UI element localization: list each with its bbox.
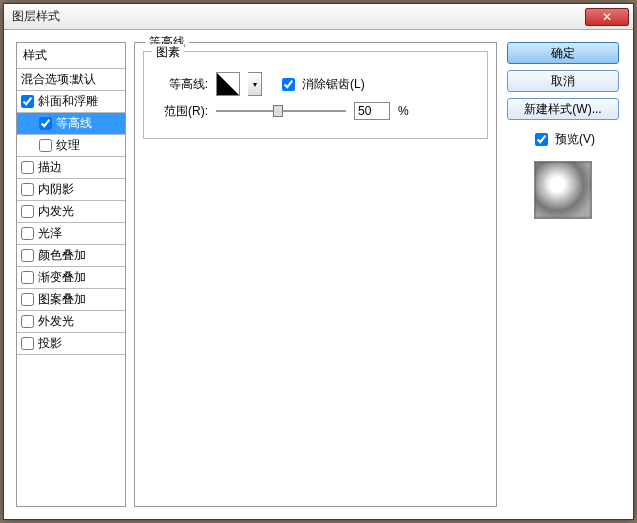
- style-row[interactable]: 图案叠加: [17, 289, 125, 311]
- style-row[interactable]: 渐变叠加: [17, 267, 125, 289]
- close-button[interactable]: ✕: [585, 8, 629, 26]
- style-checkbox[interactable]: [21, 315, 34, 328]
- style-row[interactable]: 内发光: [17, 201, 125, 223]
- styles-header[interactable]: 样式: [17, 43, 125, 69]
- range-slider[interactable]: [216, 103, 346, 119]
- antialias-option[interactable]: 消除锯齿(L): [278, 75, 365, 94]
- styles-column: 样式 混合选项:默认 斜面和浮雕等高线纹理描边内阴影内发光光泽颜色叠加渐变叠加图…: [16, 42, 126, 507]
- group-title: 图素: [152, 44, 184, 61]
- style-checkbox[interactable]: [21, 95, 34, 108]
- cancel-button[interactable]: 取消: [507, 70, 619, 92]
- titlebar[interactable]: 图层样式 ✕: [4, 4, 633, 30]
- preview-label: 预览(V): [555, 131, 595, 148]
- close-icon: ✕: [602, 10, 612, 24]
- dialog-window: 图层样式 ✕ 样式 混合选项:默认 斜面和浮雕等高线纹理描边内阴影内发光光泽颜色…: [3, 3, 634, 520]
- style-label: 渐变叠加: [38, 269, 86, 286]
- style-label: 颜色叠加: [38, 247, 86, 264]
- style-checkbox[interactable]: [21, 337, 34, 350]
- preview-swatch: [534, 161, 592, 219]
- style-label: 斜面和浮雕: [38, 93, 98, 110]
- style-row[interactable]: 颜色叠加: [17, 245, 125, 267]
- style-label: 投影: [38, 335, 62, 352]
- style-row[interactable]: 斜面和浮雕: [17, 91, 125, 113]
- style-checkbox[interactable]: [21, 249, 34, 262]
- style-row[interactable]: 内阴影: [17, 179, 125, 201]
- styles-list: 样式 混合选项:默认 斜面和浮雕等高线纹理描边内阴影内发光光泽颜色叠加渐变叠加图…: [16, 42, 126, 507]
- antialias-label: 消除锯齿(L): [302, 76, 365, 93]
- contour-label: 等高线:: [154, 76, 208, 93]
- style-label: 等高线: [56, 115, 92, 132]
- dialog-body: 样式 混合选项:默认 斜面和浮雕等高线纹理描边内阴影内发光光泽颜色叠加渐变叠加图…: [4, 30, 633, 519]
- style-checkbox[interactable]: [21, 293, 34, 306]
- style-checkbox[interactable]: [21, 271, 34, 284]
- style-label: 图案叠加: [38, 291, 86, 308]
- range-unit: %: [398, 104, 409, 118]
- blend-options-row[interactable]: 混合选项:默认: [17, 69, 125, 91]
- style-checkbox[interactable]: [21, 183, 34, 196]
- window-title: 图层样式: [12, 8, 585, 25]
- range-label: 范围(R):: [154, 103, 208, 120]
- style-row[interactable]: 光泽: [17, 223, 125, 245]
- slider-thumb[interactable]: [273, 105, 283, 117]
- elements-group: 图素 等高线: ▾ 消除锯齿(L) 范围(R):: [143, 51, 488, 139]
- style-label: 外发光: [38, 313, 74, 330]
- actions-column: 确定 取消 新建样式(W)... 预览(V): [505, 42, 621, 507]
- style-row[interactable]: 纹理: [17, 135, 125, 157]
- style-row[interactable]: 等高线: [17, 113, 125, 135]
- style-checkbox[interactable]: [21, 227, 34, 240]
- settings-panel: 等高线 图素 等高线: ▾ 消除锯齿(L) 范围(R):: [134, 42, 497, 507]
- new-style-button[interactable]: 新建样式(W)...: [507, 98, 619, 120]
- style-label: 描边: [38, 159, 62, 176]
- style-label: 光泽: [38, 225, 62, 242]
- style-label: 纹理: [56, 137, 80, 154]
- preview-option[interactable]: 预览(V): [531, 130, 595, 149]
- contour-picker[interactable]: [216, 72, 240, 96]
- style-checkbox[interactable]: [21, 161, 34, 174]
- style-label: 内阴影: [38, 181, 74, 198]
- style-checkbox[interactable]: [39, 139, 52, 152]
- ok-button[interactable]: 确定: [507, 42, 619, 64]
- style-checkbox[interactable]: [21, 205, 34, 218]
- range-input[interactable]: [354, 102, 390, 120]
- style-row[interactable]: 描边: [17, 157, 125, 179]
- style-row[interactable]: 外发光: [17, 311, 125, 333]
- style-checkbox[interactable]: [39, 117, 52, 130]
- style-row[interactable]: 投影: [17, 333, 125, 355]
- contour-dropdown-icon[interactable]: ▾: [248, 72, 262, 96]
- antialias-checkbox[interactable]: [282, 78, 295, 91]
- preview-checkbox[interactable]: [535, 133, 548, 146]
- style-label: 内发光: [38, 203, 74, 220]
